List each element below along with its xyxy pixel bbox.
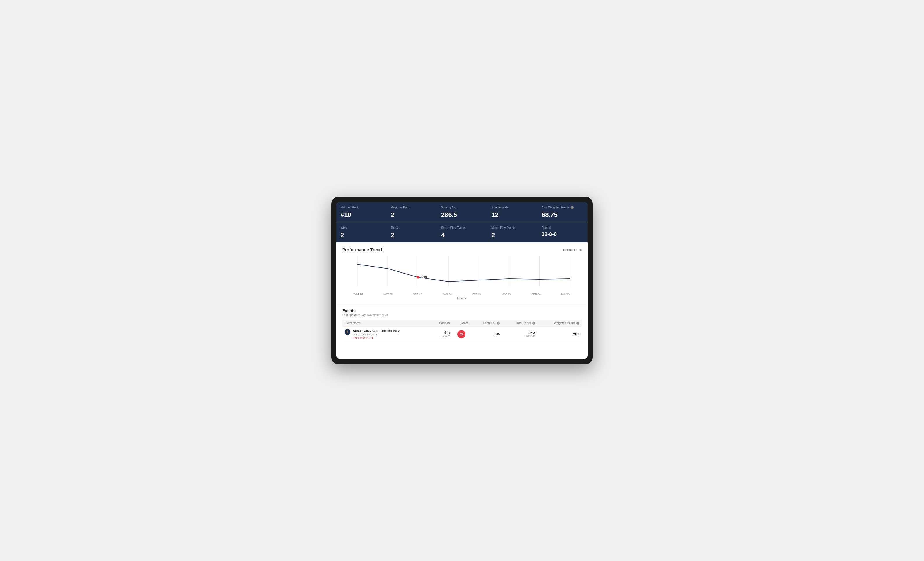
stat-national-rank-value: #10	[340, 211, 382, 218]
stat-scoring-avg: Scoring Avg. 286.5	[437, 202, 487, 222]
stat-record: Record 32-8-0	[537, 223, 588, 242]
stat-avg-weighted-value: 68.75	[542, 211, 584, 218]
stat-stroke-play: Stroke Play Events 4	[437, 223, 487, 242]
x-label-feb24: FEB 24	[462, 293, 492, 296]
event-score-cell: -22	[452, 327, 471, 342]
stat-stroke-play-label: Stroke Play Events	[441, 226, 483, 230]
stat-wins: Wins 2	[336, 223, 387, 242]
event-name-cell: 🏌 Buster Cozy Cup – Stroke Play Oct 9 – …	[342, 327, 430, 342]
rank-impact: Rank Impact: 3 ▼	[353, 337, 399, 340]
stats-grid-row2: Wins 2 Top 3s 2 Stroke Play Events 4 Mat…	[336, 223, 588, 242]
event-info: Buster Cozy Cup – Stroke Play Oct 9 – Oc…	[353, 329, 399, 340]
events-table-head: Event Name Position Score Event SG i Tot…	[342, 320, 582, 327]
stat-regional-rank-value: 2	[391, 211, 433, 218]
event-name-inner: 🏌 Buster Cozy Cup – Stroke Play Oct 9 – …	[345, 329, 428, 340]
event-score-badge: -22	[458, 330, 465, 338]
event-position-cell: 6th out of 7	[430, 327, 452, 342]
perf-header: Performance Trend National Rank	[342, 247, 582, 252]
x-label-mar24: MAR 24	[492, 293, 521, 296]
x-label-nov23: NOV 23	[373, 293, 403, 296]
perf-label: National Rank	[562, 248, 582, 251]
event-weighted-points-cell: 28.3	[537, 327, 582, 342]
events-section: Events Last updated: 24th November 2023 …	[336, 305, 588, 346]
weighted-points-info-icon[interactable]: i	[576, 322, 579, 325]
chart-svg: #10	[342, 256, 582, 290]
rank-impact-arrow: ▼	[371, 337, 374, 340]
col-total-points: Total Points i	[502, 320, 537, 327]
stat-regional-rank: Regional Rank 2	[387, 202, 437, 222]
stat-total-rounds-value: 12	[491, 211, 533, 218]
stat-avg-weighted-label: Avg. Weighted Points i	[542, 206, 584, 209]
col-score: Score	[452, 320, 471, 327]
x-label-dec23: DEC 23	[403, 293, 432, 296]
stat-total-rounds-label: Total Rounds	[491, 206, 533, 209]
chart-point-label: #10	[422, 275, 427, 279]
chart-x-labels: OCT 23 NOV 23 DEC 23 JAN 24 FEB 24 MAR 2…	[342, 293, 582, 296]
tablet-frame: National Rank #10 Regional Rank 2 Scorin…	[331, 197, 593, 364]
event-position-sub: out of 7	[432, 335, 450, 338]
stat-scoring-avg-value: 286.5	[441, 211, 483, 218]
stat-match-play: Match Play Events 2	[487, 223, 537, 242]
stat-top3s-value: 2	[391, 232, 433, 239]
perf-title: Performance Trend	[342, 247, 382, 252]
col-event-sg: Event SG i	[471, 320, 502, 327]
x-label-may24: MAY 24	[551, 293, 580, 296]
x-label-jan24: JAN 24	[432, 293, 462, 296]
event-total-points-cell: 28.3 3 Rounds	[502, 327, 537, 342]
chart-container: #10	[342, 256, 582, 290]
event-date: Oct 9 – Oct 10, 2023	[353, 333, 399, 336]
stat-national-rank-label: National Rank	[340, 206, 382, 209]
event-position: 6th	[432, 331, 450, 335]
tablet-screen: National Rank #10 Regional Rank 2 Scorin…	[336, 202, 588, 359]
stat-match-play-label: Match Play Events	[491, 226, 533, 230]
col-weighted-points: Weighted Points i	[537, 320, 582, 327]
events-last-updated: Last updated: 24th November 2023	[342, 314, 582, 317]
event-icon: 🏌	[345, 329, 350, 335]
events-table: Event Name Position Score Event SG i Tot…	[342, 320, 582, 342]
performance-section: Performance Trend National Rank	[336, 242, 588, 305]
stat-avg-weighted: Avg. Weighted Points i 68.75	[537, 202, 588, 222]
stat-wins-value: 2	[340, 232, 382, 239]
stat-top3s: Top 3s 2	[387, 223, 437, 242]
stat-top3s-label: Top 3s	[391, 226, 433, 230]
chart-point-dec23	[417, 276, 420, 279]
events-title: Events	[342, 308, 582, 313]
stat-national-rank: National Rank #10	[336, 202, 387, 222]
events-table-header-row: Event Name Position Score Event SG i Tot…	[342, 320, 582, 327]
stat-scoring-avg-label: Scoring Avg.	[441, 206, 483, 209]
stat-match-play-value: 2	[491, 232, 533, 239]
x-label-oct23: OCT 23	[344, 293, 373, 296]
event-name: Buster Cozy Cup – Stroke Play	[353, 329, 399, 332]
content-area: National Rank #10 Regional Rank 2 Scorin…	[336, 202, 588, 346]
stat-total-rounds: Total Rounds 12	[487, 202, 537, 222]
total-points-info-icon[interactable]: i	[532, 322, 535, 325]
col-position: Position	[430, 320, 452, 327]
x-label-apr24: APR 24	[521, 293, 551, 296]
events-table-body: 🏌 Buster Cozy Cup – Stroke Play Oct 9 – …	[342, 327, 582, 342]
event-sg-cell: 0.45	[471, 327, 502, 342]
stat-record-value: 32-8-0	[542, 232, 584, 238]
event-sg-info-icon[interactable]: i	[497, 322, 500, 325]
col-event-name: Event Name	[342, 320, 430, 327]
stat-stroke-play-value: 4	[441, 232, 483, 239]
chart-x-title: Months	[342, 297, 582, 300]
stat-record-label: Record	[542, 226, 584, 230]
stats-grid-row1: National Rank #10 Regional Rank 2 Scorin…	[336, 202, 588, 222]
avg-weighted-info-icon[interactable]: i	[571, 206, 574, 209]
stat-wins-label: Wins	[340, 226, 382, 230]
event-rounds: 3 Rounds	[504, 335, 535, 337]
stat-regional-rank-label: Regional Rank	[391, 206, 433, 209]
table-row: 🏌 Buster Cozy Cup – Stroke Play Oct 9 – …	[342, 327, 582, 342]
